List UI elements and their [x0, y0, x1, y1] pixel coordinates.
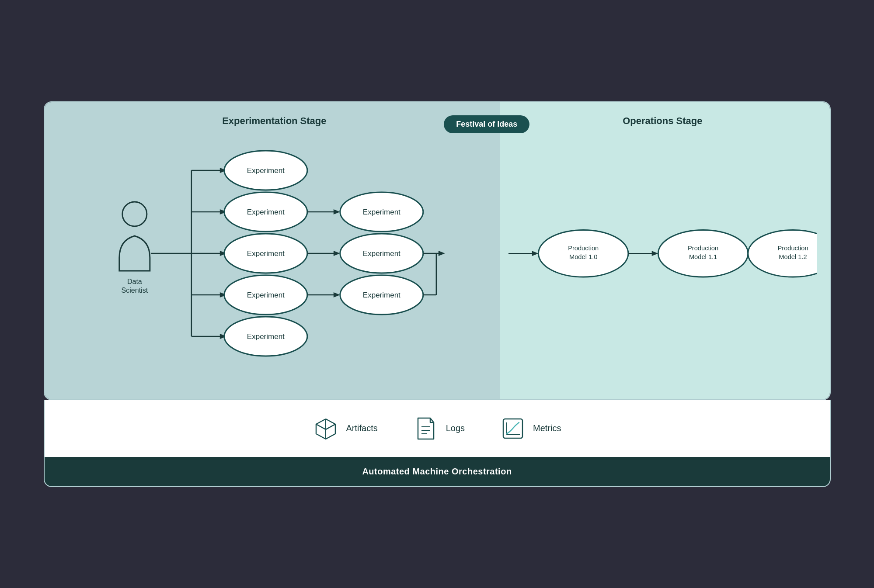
svg-text:Experiment: Experiment	[247, 166, 284, 175]
festival-badge: Festival of Ideas	[444, 115, 529, 133]
logs-label: Logs	[446, 423, 465, 433]
diagram-card: Experimentation Stage Festival of Ideas …	[44, 101, 831, 400]
svg-text:Production: Production	[688, 245, 718, 252]
artifacts-label: Artifacts	[346, 423, 377, 433]
svg-text:Scientist: Scientist	[121, 287, 148, 294]
svg-marker-38	[438, 251, 445, 256]
svg-text:Model 1.0: Model 1.0	[569, 253, 597, 260]
footer-text: Automated Machine Orchestration	[362, 467, 512, 476]
legend-item-logs: Logs	[413, 415, 465, 442]
document-icon	[413, 415, 439, 442]
svg-text:Experiment: Experiment	[362, 291, 400, 299]
exp-stage: Experimentation Stage Festival of Ideas …	[45, 102, 500, 399]
svg-text:Model 1.1: Model 1.1	[689, 253, 717, 260]
svg-text:Experiment: Experiment	[247, 208, 284, 216]
footer-bar: Automated Machine Orchestration	[44, 457, 831, 487]
exp-stage-title: Experimentation Stage	[62, 115, 487, 127]
legend-item-metrics: Metrics	[500, 415, 561, 442]
svg-text:Production: Production	[568, 245, 599, 252]
svg-marker-22	[333, 251, 340, 256]
svg-text:Experiment: Experiment	[247, 332, 284, 341]
svg-text:Production: Production	[778, 245, 808, 252]
svg-text:Experiment: Experiment	[247, 249, 284, 258]
exp-diagram-svg: Data Scientist Experiment Experiment	[62, 135, 487, 380]
svg-text:Experiment: Experiment	[362, 249, 400, 258]
svg-text:Model 1.2: Model 1.2	[779, 253, 807, 260]
svg-marker-14	[333, 209, 340, 214]
svg-point-0	[122, 202, 146, 226]
ops-diagram-svg: Production Model 1.0 Production Model 1.…	[508, 135, 816, 380]
svg-marker-30	[333, 292, 340, 297]
ops-stage-title: Operations Stage	[508, 115, 816, 127]
svg-text:Experiment: Experiment	[247, 291, 284, 299]
ops-stage: Operations Stage Production Model 1.0 Pr…	[500, 102, 829, 399]
svg-marker-42	[532, 251, 539, 256]
svg-text:Experiment: Experiment	[362, 208, 400, 216]
box-icon	[313, 415, 339, 442]
metrics-label: Metrics	[533, 423, 561, 433]
legend-item-artifacts: Artifacts	[313, 415, 377, 442]
legend-card: Artifacts Logs	[44, 400, 831, 457]
svg-text:Data: Data	[127, 278, 142, 285]
svg-marker-47	[652, 251, 658, 256]
main-wrapper: Experimentation Stage Festival of Ideas …	[44, 101, 831, 487]
chart-icon	[500, 415, 526, 442]
